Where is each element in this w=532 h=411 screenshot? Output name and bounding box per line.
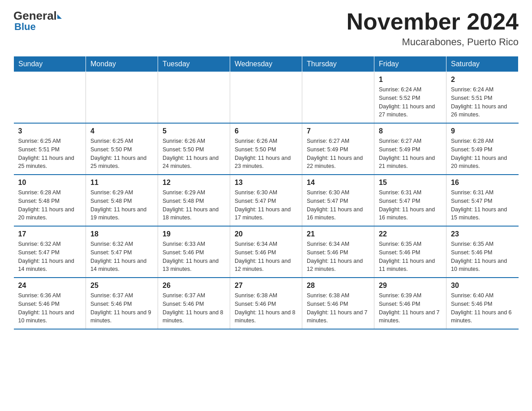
day-info: Sunrise: 6:29 AMSunset: 5:48 PMDaylight:… <box>90 188 153 222</box>
calendar-cell: 27Sunrise: 6:38 AMSunset: 5:46 PMDayligh… <box>230 278 302 329</box>
day-info: Sunrise: 6:38 AMSunset: 5:46 PMDaylight:… <box>307 291 369 325</box>
calendar-cell: 28Sunrise: 6:38 AMSunset: 5:46 PMDayligh… <box>302 278 374 329</box>
day-number: 26 <box>163 282 225 290</box>
day-info: Sunrise: 6:35 AMSunset: 5:46 PMDaylight:… <box>451 240 514 274</box>
calendar-cell: 14Sunrise: 6:30 AMSunset: 5:47 PMDayligh… <box>302 175 374 226</box>
calendar-cell: 13Sunrise: 6:30 AMSunset: 5:47 PMDayligh… <box>230 175 302 226</box>
day-number: 4 <box>90 127 153 135</box>
day-info: Sunrise: 6:24 AMSunset: 5:51 PMDaylight:… <box>451 86 514 119</box>
calendar-cell <box>230 72 302 124</box>
weekday-header-monday: Monday <box>86 56 158 72</box>
calendar-cell: 23Sunrise: 6:35 AMSunset: 5:46 PMDayligh… <box>446 226 519 278</box>
day-number: 21 <box>307 230 369 238</box>
calendar-cell: 24Sunrise: 6:36 AMSunset: 5:46 PMDayligh… <box>14 278 86 329</box>
weekday-header-thursday: Thursday <box>302 56 374 72</box>
day-info: Sunrise: 6:32 AMSunset: 5:47 PMDaylight:… <box>18 240 82 274</box>
day-info: Sunrise: 6:25 AMSunset: 5:51 PMDaylight:… <box>18 137 82 171</box>
day-number: 13 <box>235 179 297 187</box>
calendar-cell <box>14 72 86 124</box>
weekday-header-wednesday: Wednesday <box>230 56 302 72</box>
calendar-cell: 22Sunrise: 6:35 AMSunset: 5:46 PMDayligh… <box>374 226 446 278</box>
calendar-cell: 11Sunrise: 6:29 AMSunset: 5:48 PMDayligh… <box>86 175 158 226</box>
weekday-header-row: SundayMondayTuesdayWednesdayThursdayFrid… <box>14 56 519 72</box>
page-header: General Blue November 2024 Mucarabones, … <box>13 9 519 48</box>
day-info: Sunrise: 6:38 AMSunset: 5:46 PMDaylight:… <box>235 291 297 325</box>
day-info: Sunrise: 6:31 AMSunset: 5:47 PMDaylight:… <box>379 188 442 222</box>
calendar-cell <box>86 72 158 124</box>
day-number: 10 <box>18 179 82 187</box>
calendar-row-2: 3Sunrise: 6:25 AMSunset: 5:51 PMDaylight… <box>14 123 519 175</box>
calendar-subtitle: Mucarabones, Puerto Rico <box>347 36 519 48</box>
calendar-cell <box>302 72 374 124</box>
calendar-body: 1Sunrise: 6:24 AMSunset: 5:52 PMDaylight… <box>14 72 519 330</box>
day-number: 22 <box>379 230 442 238</box>
calendar-cell: 20Sunrise: 6:34 AMSunset: 5:46 PMDayligh… <box>230 226 302 278</box>
day-number: 3 <box>18 127 82 135</box>
weekday-header-sunday: Sunday <box>14 56 86 72</box>
day-number: 1 <box>379 76 442 84</box>
calendar-cell: 3Sunrise: 6:25 AMSunset: 5:51 PMDaylight… <box>14 123 86 175</box>
day-info: Sunrise: 6:33 AMSunset: 5:46 PMDaylight:… <box>163 240 225 274</box>
title-block: November 2024 Mucarabones, Puerto Rico <box>347 9 519 48</box>
calendar-cell <box>158 72 230 124</box>
logo-triangle <box>57 14 62 19</box>
calendar-row-5: 24Sunrise: 6:36 AMSunset: 5:46 PMDayligh… <box>14 278 519 329</box>
day-number: 15 <box>379 179 442 187</box>
calendar-cell: 21Sunrise: 6:34 AMSunset: 5:46 PMDayligh… <box>302 226 374 278</box>
calendar-table: SundayMondayTuesdayWednesdayThursdayFrid… <box>13 56 519 330</box>
day-number: 16 <box>451 179 514 187</box>
calendar-cell: 17Sunrise: 6:32 AMSunset: 5:47 PMDayligh… <box>14 226 86 278</box>
calendar-cell: 16Sunrise: 6:31 AMSunset: 5:47 PMDayligh… <box>446 175 519 226</box>
day-info: Sunrise: 6:28 AMSunset: 5:48 PMDaylight:… <box>18 188 82 222</box>
day-number: 2 <box>451 76 514 84</box>
calendar-cell: 25Sunrise: 6:37 AMSunset: 5:46 PMDayligh… <box>86 278 158 329</box>
day-info: Sunrise: 6:29 AMSunset: 5:48 PMDaylight:… <box>163 188 225 222</box>
calendar-cell: 5Sunrise: 6:26 AMSunset: 5:50 PMDaylight… <box>158 123 230 175</box>
day-number: 27 <box>235 282 297 290</box>
calendar-title: November 2024 <box>347 9 519 34</box>
calendar-cell: 15Sunrise: 6:31 AMSunset: 5:47 PMDayligh… <box>374 175 446 226</box>
day-number: 18 <box>90 230 153 238</box>
calendar-cell: 2Sunrise: 6:24 AMSunset: 5:51 PMDaylight… <box>446 72 519 124</box>
day-info: Sunrise: 6:30 AMSunset: 5:47 PMDaylight:… <box>307 188 369 222</box>
calendar-cell: 18Sunrise: 6:32 AMSunset: 5:47 PMDayligh… <box>86 226 158 278</box>
day-number: 24 <box>18 282 82 290</box>
day-number: 6 <box>235 127 297 135</box>
calendar-row-3: 10Sunrise: 6:28 AMSunset: 5:48 PMDayligh… <box>14 175 519 226</box>
calendar-row-1: 1Sunrise: 6:24 AMSunset: 5:52 PMDaylight… <box>14 72 519 124</box>
day-info: Sunrise: 6:37 AMSunset: 5:46 PMDaylight:… <box>163 291 225 325</box>
day-info: Sunrise: 6:26 AMSunset: 5:50 PMDaylight:… <box>163 137 225 171</box>
day-info: Sunrise: 6:31 AMSunset: 5:47 PMDaylight:… <box>451 188 514 222</box>
calendar-cell: 29Sunrise: 6:39 AMSunset: 5:46 PMDayligh… <box>374 278 446 329</box>
calendar-cell: 1Sunrise: 6:24 AMSunset: 5:52 PMDaylight… <box>374 72 446 124</box>
day-number: 23 <box>451 230 514 238</box>
calendar-cell: 8Sunrise: 6:27 AMSunset: 5:49 PMDaylight… <box>374 123 446 175</box>
calendar-cell: 10Sunrise: 6:28 AMSunset: 5:48 PMDayligh… <box>14 175 86 226</box>
calendar-cell: 19Sunrise: 6:33 AMSunset: 5:46 PMDayligh… <box>158 226 230 278</box>
calendar-row-4: 17Sunrise: 6:32 AMSunset: 5:47 PMDayligh… <box>14 226 519 278</box>
day-info: Sunrise: 6:32 AMSunset: 5:47 PMDaylight:… <box>90 240 153 274</box>
day-number: 8 <box>379 127 442 135</box>
day-info: Sunrise: 6:24 AMSunset: 5:52 PMDaylight:… <box>379 86 442 119</box>
day-info: Sunrise: 6:34 AMSunset: 5:46 PMDaylight:… <box>235 240 297 274</box>
calendar-cell: 26Sunrise: 6:37 AMSunset: 5:46 PMDayligh… <box>158 278 230 329</box>
weekday-header-tuesday: Tuesday <box>158 56 230 72</box>
day-info: Sunrise: 6:35 AMSunset: 5:46 PMDaylight:… <box>379 240 442 274</box>
calendar-cell: 9Sunrise: 6:28 AMSunset: 5:49 PMDaylight… <box>446 123 519 175</box>
day-info: Sunrise: 6:34 AMSunset: 5:46 PMDaylight:… <box>307 240 369 274</box>
day-info: Sunrise: 6:37 AMSunset: 5:46 PMDaylight:… <box>90 291 153 325</box>
day-info: Sunrise: 6:28 AMSunset: 5:49 PMDaylight:… <box>451 137 514 171</box>
day-info: Sunrise: 6:26 AMSunset: 5:50 PMDaylight:… <box>235 137 297 171</box>
day-info: Sunrise: 6:30 AMSunset: 5:47 PMDaylight:… <box>235 188 297 222</box>
day-number: 28 <box>307 282 369 290</box>
calendar-cell: 12Sunrise: 6:29 AMSunset: 5:48 PMDayligh… <box>158 175 230 226</box>
logo-blue: Blue <box>13 21 36 33</box>
day-number: 14 <box>307 179 369 187</box>
calendar-cell: 4Sunrise: 6:25 AMSunset: 5:50 PMDaylight… <box>86 123 158 175</box>
day-info: Sunrise: 6:27 AMSunset: 5:49 PMDaylight:… <box>379 137 442 171</box>
day-info: Sunrise: 6:39 AMSunset: 5:46 PMDaylight:… <box>379 291 442 325</box>
day-number: 29 <box>379 282 442 290</box>
day-info: Sunrise: 6:40 AMSunset: 5:46 PMDaylight:… <box>451 291 514 325</box>
logo: General Blue <box>13 9 62 33</box>
day-number: 7 <box>307 127 369 135</box>
